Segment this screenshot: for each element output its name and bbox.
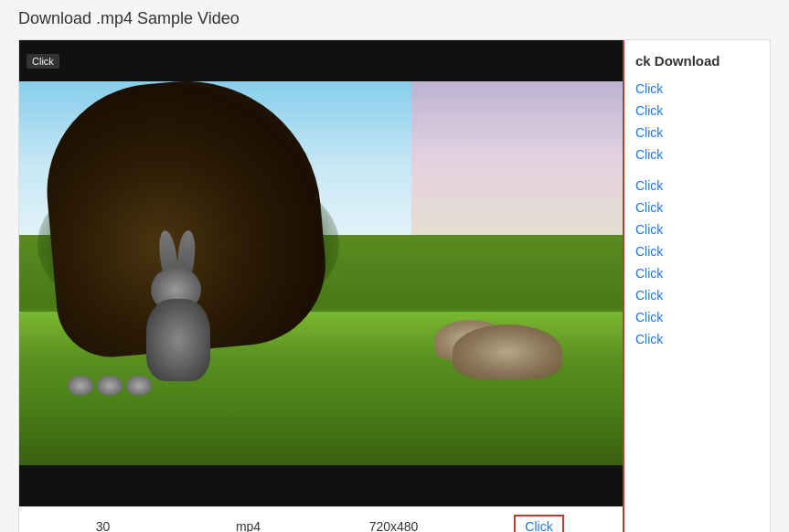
main-container: Click xyxy=(18,39,771,532)
video-footer: 30 mp4 720x480 Click xyxy=(19,506,623,532)
sidebar-link-4[interactable]: Click xyxy=(624,144,770,165)
sidebar-link-10[interactable]: Click xyxy=(624,284,770,306)
sidebar-link-12[interactable]: Click xyxy=(624,328,770,350)
sidebar-link-9[interactable]: Click xyxy=(624,262,770,284)
page-title: Download .mp4 Sample Video xyxy=(18,9,771,28)
video-wrapper: Click xyxy=(19,40,623,506)
sidebar-link-3[interactable]: Click xyxy=(624,122,770,144)
sidebar: ck Download ClickClickClickClickClickCli… xyxy=(623,40,770,532)
footer-click-container: Click xyxy=(466,515,612,532)
format-value: mp4 xyxy=(176,519,321,532)
video-section: Click xyxy=(19,40,623,532)
sidebar-links: ClickClickClickClickClickClickClickClick… xyxy=(624,78,770,350)
sidebar-link-7[interactable]: Click xyxy=(624,218,770,240)
sidebar-link-2[interactable]: Click xyxy=(624,100,770,122)
bunny xyxy=(128,244,238,381)
sidebar-link-1[interactable]: Click xyxy=(624,78,770,100)
video-bottom-bar xyxy=(19,465,623,506)
click-badge[interactable]: Click xyxy=(27,54,59,69)
bunny-body xyxy=(146,299,210,381)
sidebar-link-6[interactable]: Click xyxy=(624,197,770,218)
footer-click-button[interactable]: Click xyxy=(514,515,563,532)
video-top-bar: Click xyxy=(19,40,623,81)
rocks-right xyxy=(381,273,562,388)
sidebar-divider xyxy=(624,165,770,175)
sidebar-link-11[interactable]: Click xyxy=(624,306,770,328)
sidebar-link-5[interactable]: Click xyxy=(624,175,770,197)
sidebar-header: ck Download xyxy=(624,48,770,78)
video-thumbnail[interactable] xyxy=(19,81,623,465)
stone-1 xyxy=(68,376,93,396)
resolution-value: 720x480 xyxy=(321,519,466,532)
fps-value: 30 xyxy=(30,519,176,532)
sidebar-link-8[interactable]: Click xyxy=(624,240,770,262)
rock-large xyxy=(453,325,562,379)
stone-2 xyxy=(97,376,123,396)
scene-background xyxy=(19,81,623,465)
